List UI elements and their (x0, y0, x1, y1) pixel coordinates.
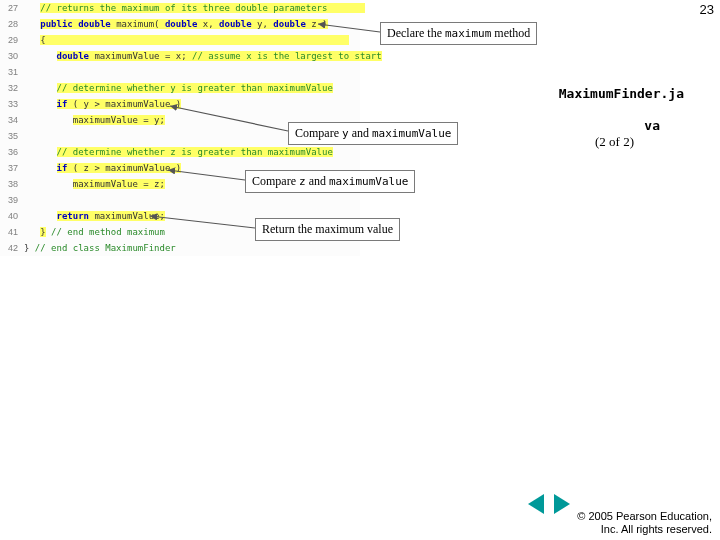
line-number: 32 (0, 80, 24, 96)
code-row: 28 public double maximum( double x, doub… (0, 16, 360, 32)
code-line: } // end class MaximumFinder (24, 240, 360, 256)
line-number: 41 (0, 224, 24, 240)
line-number: 38 (0, 176, 24, 192)
callout-text: Declare the (387, 26, 445, 40)
outline-filename: MaximumFinder.ja (559, 86, 684, 101)
code-row: 27 // returns the maximum of its three d… (0, 0, 360, 16)
code-row: 36 // determine whether z is greater tha… (0, 144, 360, 160)
code-line: // returns the maximum of its three doub… (24, 0, 365, 16)
outline-page-part: (2 of 2) (595, 134, 634, 150)
line-number: 29 (0, 32, 24, 48)
slide-nav (528, 494, 570, 514)
line-number: 39 (0, 192, 24, 208)
code-row: 30 double maximumValue = x; // assume x … (0, 48, 360, 64)
outline-filename-part2: va (644, 118, 660, 133)
callout-text: Compare (252, 174, 299, 188)
line-number: 40 (0, 208, 24, 224)
line-number: 35 (0, 128, 24, 144)
callout-mono: y (342, 127, 349, 140)
code-line: // determine whether y is greater than m… (24, 80, 360, 96)
copyright: © 2005 Pearson Education, Inc. All right… (577, 510, 712, 536)
prev-slide-button[interactable] (528, 494, 544, 514)
copyright-line: Inc. All rights reserved. (577, 523, 712, 536)
callout-mono: maximum (445, 27, 491, 40)
callout-text: Compare (295, 126, 342, 140)
callout-text: method (491, 26, 530, 40)
callout-compare-y: Compare y and maximumValue (288, 122, 458, 145)
callout-mono: maximumValue (372, 127, 451, 140)
code-row: 29 { (0, 32, 360, 48)
code-row: 32 // determine whether y is greater tha… (0, 80, 360, 96)
next-slide-button[interactable] (554, 494, 570, 514)
line-number: 34 (0, 112, 24, 128)
line-number: 28 (0, 16, 24, 32)
line-number: 31 (0, 64, 24, 80)
callout-text: and (349, 126, 372, 140)
line-number: 42 (0, 240, 24, 256)
code-row: 39 (0, 192, 360, 208)
line-number: 27 (0, 0, 24, 16)
code-line: double maximumValue = x; // assume x is … (24, 48, 382, 64)
code-row: 31 (0, 64, 360, 80)
line-number: 30 (0, 48, 24, 64)
code-line: { (24, 32, 360, 48)
code-row: 33 if ( y > maximumValue ) (0, 96, 360, 112)
code-line: if ( y > maximumValue ) (24, 96, 360, 112)
copyright-line: © 2005 Pearson Education, (577, 510, 712, 523)
code-row: 42} // end class MaximumFinder (0, 240, 360, 256)
callout-mono: z (299, 175, 306, 188)
callout-compare-z: Compare z and maximumValue (245, 170, 415, 193)
line-number: 33 (0, 96, 24, 112)
callout-declare: Declare the maximum method (380, 22, 537, 45)
callout-text: and (306, 174, 329, 188)
page-number: 23 (700, 2, 714, 17)
callout-text: Return the maximum value (262, 222, 393, 236)
code-line: public double maximum( double x, double … (24, 16, 360, 32)
line-number: 37 (0, 160, 24, 176)
callout-mono: maximumValue (329, 175, 408, 188)
code-line: // determine whether z is greater than m… (24, 144, 360, 160)
line-number: 36 (0, 144, 24, 160)
callout-return: Return the maximum value (255, 218, 400, 241)
